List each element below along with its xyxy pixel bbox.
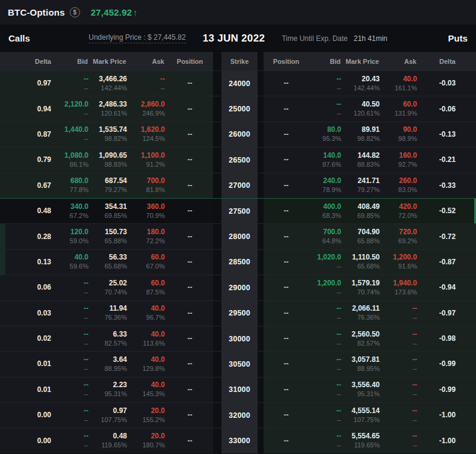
calls-bid[interactable]: 40.059.6% xyxy=(57,250,90,275)
puts-mark-price[interactable]: 3,556.4095.31% xyxy=(343,378,382,402)
puts-bid[interactable]: ---- xyxy=(309,326,343,351)
puts-mark-price[interactable]: 4,555.14107.75% xyxy=(343,403,382,428)
puts-mark-price[interactable]: 2,560.5082.57% xyxy=(343,326,382,351)
puts-bid[interactable]: 80.095.3% xyxy=(309,122,343,147)
puts-mark-price[interactable]: 3,057.8188.95% xyxy=(343,352,382,376)
calls-bid[interactable]: 1,440.0-- xyxy=(57,122,90,147)
puts-bid[interactable]: ---- xyxy=(309,96,343,121)
calls-ask[interactable]: ---- xyxy=(129,71,167,96)
calls-mark-price[interactable]: 2,486.33120.61% xyxy=(90,96,129,121)
calls-bid[interactable]: ---- xyxy=(57,428,90,453)
puts-bid[interactable]: ---- xyxy=(309,301,343,326)
calls-mark-price[interactable]: 150.7365.88% xyxy=(90,224,129,249)
calls-bid[interactable]: ---- xyxy=(57,403,90,428)
calls-mark-price[interactable]: 0.97107.75% xyxy=(90,403,129,428)
puts-mark-price[interactable]: 5,554.65119.65% xyxy=(343,428,382,453)
calls-ask[interactable]: 40.0129.8% xyxy=(129,352,167,376)
calls-ask[interactable]: 40.0145.3% xyxy=(129,378,167,402)
calls-ask[interactable]: 2,860.0246.9% xyxy=(129,96,167,121)
calls-mark-price[interactable]: 3,466.26142.44% xyxy=(90,71,129,96)
option-row-29500[interactable]: 0.03----11.9476.36%40.096.7%--29500-----… xyxy=(0,300,476,326)
option-row-30500[interactable]: 0.01----3.6488.95%40.0129.8%--30500-----… xyxy=(0,351,476,376)
calls-ask[interactable]: 1,100.091.2% xyxy=(129,148,167,172)
calls-ask[interactable]: 360.070.9% xyxy=(129,199,167,223)
calls-bid[interactable]: ---- xyxy=(57,71,90,96)
puts-mark-price[interactable]: 89.9198.82% xyxy=(343,122,382,147)
calls-ask[interactable]: 60.067.0% xyxy=(129,250,167,275)
puts-mark-price[interactable]: 704.9065.88% xyxy=(343,224,382,249)
expiry-date[interactable]: 13 JUN 2022 xyxy=(203,33,265,45)
puts-ask[interactable]: ---- xyxy=(382,326,419,351)
calls-bid[interactable]: ---- xyxy=(57,326,90,351)
puts-mark-price[interactable]: 2,066.1176.36% xyxy=(343,301,382,326)
calls-mark-price[interactable]: 1,090.6588.83% xyxy=(90,148,129,172)
puts-mark-price[interactable]: 1,579.1970.74% xyxy=(343,275,382,300)
puts-ask[interactable]: 720.069.2% xyxy=(382,224,419,249)
calls-mark-price[interactable]: 0.48119.65% xyxy=(90,428,129,453)
puts-section-label[interactable]: Puts xyxy=(448,33,468,43)
puts-mark-price[interactable]: 241.7179.27% xyxy=(343,173,382,198)
calls-bid[interactable]: 120.059.0% xyxy=(57,224,90,249)
calls-bid[interactable]: ---- xyxy=(57,301,90,326)
calls-ask[interactable]: 1,620.0124.5% xyxy=(129,122,167,147)
puts-bid[interactable]: ---- xyxy=(309,428,343,453)
calls-mark-price[interactable]: 6.3382.57% xyxy=(90,326,129,351)
puts-bid[interactable]: 1,020.0-- xyxy=(309,250,343,275)
puts-mark-price[interactable]: 20.43142.44% xyxy=(343,71,382,96)
puts-bid[interactable]: 1,200.0-- xyxy=(309,275,343,300)
calls-bid[interactable]: ---- xyxy=(57,275,90,300)
calls-mark-price[interactable]: 354.3169.85% xyxy=(90,199,129,223)
puts-ask[interactable]: ---- xyxy=(382,378,419,402)
option-row-29000[interactable]: 0.06----25.0270.74%60.087.5%--29000--1,2… xyxy=(0,275,476,300)
puts-mark-price[interactable]: 408.4969.85% xyxy=(343,199,382,223)
option-row-25000[interactable]: 0.942,120.0--2,486.33120.61%2,860.0246.9… xyxy=(0,96,476,121)
puts-ask[interactable]: 420.072.0% xyxy=(382,199,419,223)
calls-section-label[interactable]: Calls xyxy=(8,33,30,43)
puts-bid[interactable]: ---- xyxy=(309,403,343,428)
option-row-26000[interactable]: 0.871,440.0--1,535.7498.82%1,620.0124.5%… xyxy=(0,122,476,147)
puts-mark-price[interactable]: 1,110.5065.68% xyxy=(343,250,382,275)
puts-ask[interactable]: 40.0161.1% xyxy=(382,71,419,96)
option-row-27500[interactable]: 0.48340.067.2%354.3169.85%360.070.9%--27… xyxy=(0,198,476,223)
option-row-26500[interactable]: 0.791,080.086.1%1,090.6588.83%1,100.091.… xyxy=(0,147,476,172)
calls-mark-price[interactable]: 687.5479.27% xyxy=(90,173,129,198)
calls-bid[interactable]: 340.067.2% xyxy=(57,199,90,223)
calls-ask[interactable]: 40.096.7% xyxy=(129,301,167,326)
puts-bid[interactable]: ---- xyxy=(309,352,343,376)
calls-mark-price[interactable]: 25.0270.74% xyxy=(90,275,129,300)
puts-ask[interactable]: 90.098.9% xyxy=(382,122,419,147)
calls-bid[interactable]: 680.077.8% xyxy=(57,173,90,198)
puts-ask[interactable]: 260.083.0% xyxy=(382,173,419,198)
puts-ask[interactable]: ---- xyxy=(382,428,419,453)
option-row-27000[interactable]: 0.67680.077.8%687.5479.27%700.081.8%--27… xyxy=(0,173,476,198)
calls-mark-price[interactable]: 11.9476.36% xyxy=(90,301,129,326)
calls-bid[interactable]: 1,080.086.1% xyxy=(57,148,90,172)
option-row-28000[interactable]: 0.28120.059.0%150.7365.88%180.072.2%--28… xyxy=(0,223,476,249)
puts-mark-price[interactable]: 144.8288.83% xyxy=(343,148,382,172)
calls-bid[interactable]: 2,120.0-- xyxy=(57,96,90,121)
puts-mark-price[interactable]: 40.50120.61% xyxy=(343,96,382,121)
puts-bid[interactable]: 240.078.9% xyxy=(309,173,343,198)
puts-ask[interactable]: 1,200.091.6% xyxy=(382,250,419,275)
calls-ask[interactable]: 20.0155.2% xyxy=(129,403,167,428)
puts-bid[interactable]: 700.064.8% xyxy=(309,224,343,249)
calls-mark-price[interactable]: 2.2395.31% xyxy=(90,378,129,402)
calls-ask[interactable]: 180.072.2% xyxy=(129,224,167,249)
puts-ask[interactable]: ---- xyxy=(382,352,419,376)
calls-ask[interactable]: 60.087.5% xyxy=(129,275,167,300)
puts-bid[interactable]: 140.087.6% xyxy=(309,148,343,172)
calls-ask[interactable]: 20.0180.7% xyxy=(129,428,167,453)
option-row-32000[interactable]: 0.00----0.97107.75%20.0155.2%--32000----… xyxy=(0,402,476,428)
option-row-33000[interactable]: 0.00----0.48119.65%20.0180.7%--33000----… xyxy=(0,428,476,453)
puts-ask[interactable]: ---- xyxy=(382,301,419,326)
calls-ask[interactable]: 700.081.8% xyxy=(129,173,167,198)
puts-bid[interactable]: ---- xyxy=(309,378,343,402)
puts-ask[interactable]: 160.092.7% xyxy=(382,148,419,172)
puts-ask[interactable]: ---- xyxy=(382,403,419,428)
calls-mark-price[interactable]: 56.3365.68% xyxy=(90,250,129,275)
option-row-31000[interactable]: 0.01----2.2395.31%40.0145.3%--31000-----… xyxy=(0,377,476,402)
calls-bid[interactable]: ---- xyxy=(57,352,90,376)
puts-ask[interactable]: 1,940.0173.6% xyxy=(382,275,419,300)
option-row-30000[interactable]: 0.02----6.3382.57%40.0113.6%--30000-----… xyxy=(0,326,476,351)
option-row-28500[interactable]: 0.1340.059.6%56.3365.68%60.067.0%--28500… xyxy=(0,249,476,275)
